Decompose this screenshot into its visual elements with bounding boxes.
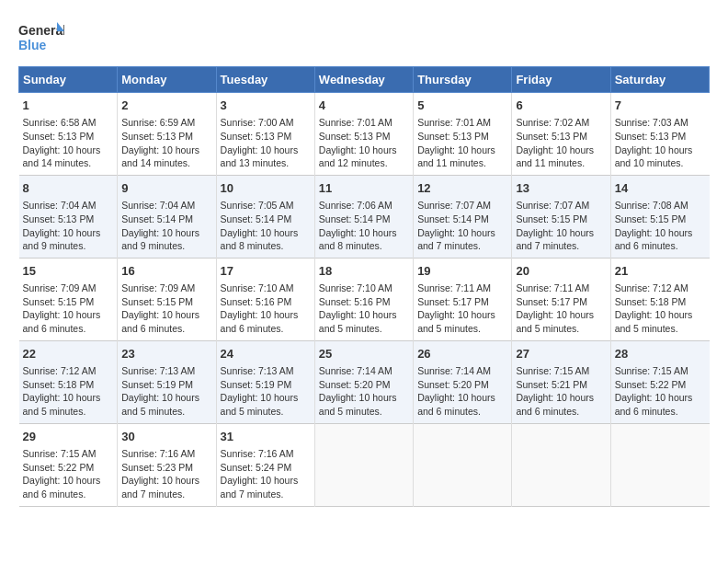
daylight-info: Daylight: 10 hours and 13 minutes. (221, 144, 311, 170)
calendar-cell: 10Sunrise: 7:05 AMSunset: 5:14 PMDayligh… (216, 175, 314, 258)
day-number: 19 (417, 263, 507, 280)
daylight-info: Daylight: 10 hours and 11 minutes. (417, 144, 507, 170)
calendar-cell: 2Sunrise: 6:59 AMSunset: 5:13 PMDaylight… (118, 93, 216, 176)
sunset-info: Sunset: 5:13 PM (417, 130, 507, 144)
sunset-info: Sunset: 5:16 PM (221, 295, 311, 309)
calendar-cell: 3Sunrise: 7:00 AMSunset: 5:13 PMDaylight… (216, 93, 314, 176)
day-number: 7 (615, 98, 706, 114)
week-row: 8Sunrise: 7:04 AMSunset: 5:13 PMDaylight… (19, 175, 710, 258)
sunrise-info: Sunrise: 7:01 AM (417, 116, 507, 130)
sunrise-info: Sunrise: 7:09 AM (23, 282, 114, 295)
calendar-cell: 23Sunrise: 7:13 AMSunset: 5:19 PMDayligh… (118, 340, 216, 423)
daylight-info: Daylight: 10 hours and 6 minutes. (23, 308, 114, 335)
sunset-info: Sunset: 5:24 PM (221, 461, 311, 475)
sunrise-info: Sunrise: 7:05 AM (221, 199, 311, 213)
calendar-cell: 9Sunrise: 7:04 AMSunset: 5:14 PMDaylight… (118, 175, 216, 258)
sunset-info: Sunset: 5:21 PM (516, 378, 606, 392)
sunrise-info: Sunrise: 7:06 AM (319, 199, 409, 213)
daylight-info: Daylight: 10 hours and 14 minutes. (121, 144, 211, 170)
daylight-info: Daylight: 10 hours and 5 minutes. (417, 308, 507, 335)
sunrise-info: Sunrise: 7:12 AM (23, 364, 114, 378)
sunset-info: Sunset: 5:18 PM (23, 378, 114, 392)
sunset-info: Sunset: 5:14 PM (221, 213, 311, 226)
day-number: 6 (516, 98, 606, 114)
calendar-cell (414, 423, 512, 506)
sunset-info: Sunset: 5:18 PM (615, 295, 706, 309)
day-number: 1 (23, 98, 114, 114)
column-header-wednesday: Wednesday (314, 67, 413, 93)
sunset-info: Sunset: 5:13 PM (23, 130, 114, 144)
week-row: 1Sunrise: 6:58 AMSunset: 5:13 PMDaylight… (19, 93, 710, 176)
day-number: 16 (121, 263, 211, 280)
column-header-thursday: Thursday (414, 67, 512, 93)
day-number: 14 (615, 180, 706, 197)
column-header-sunday: Sunday (19, 67, 118, 93)
sunrise-info: Sunrise: 7:14 AM (417, 364, 507, 378)
daylight-info: Daylight: 10 hours and 9 minutes. (121, 226, 211, 253)
sunset-info: Sunset: 5:14 PM (121, 213, 211, 226)
sunrise-info: Sunrise: 6:58 AM (23, 116, 114, 130)
calendar-cell (610, 423, 709, 506)
week-row: 15Sunrise: 7:09 AMSunset: 5:15 PMDayligh… (19, 258, 710, 340)
calendar-cell: 22Sunrise: 7:12 AMSunset: 5:18 PMDayligh… (19, 340, 118, 423)
sunrise-info: Sunrise: 7:10 AM (319, 282, 409, 295)
calendar-cell: 7Sunrise: 7:03 AMSunset: 5:13 PMDaylight… (610, 93, 709, 176)
sunrise-info: Sunrise: 7:11 AM (417, 282, 507, 295)
daylight-info: Daylight: 10 hours and 5 minutes. (23, 391, 114, 418)
column-header-monday: Monday (118, 67, 216, 93)
calendar-cell: 1Sunrise: 6:58 AMSunset: 5:13 PMDaylight… (19, 93, 118, 176)
day-number: 23 (121, 346, 211, 362)
logo-svg: General Blue (18, 18, 64, 57)
sunrise-info: Sunrise: 7:14 AM (319, 364, 409, 378)
day-number: 18 (319, 263, 409, 280)
day-number: 20 (516, 263, 606, 280)
day-number: 10 (221, 180, 311, 197)
daylight-info: Daylight: 10 hours and 8 minutes. (221, 226, 311, 253)
sunset-info: Sunset: 5:13 PM (516, 130, 606, 144)
sunset-info: Sunset: 5:14 PM (319, 213, 409, 226)
sunset-info: Sunset: 5:17 PM (417, 295, 507, 309)
calendar-cell: 24Sunrise: 7:13 AMSunset: 5:19 PMDayligh… (216, 340, 314, 423)
sunrise-info: Sunrise: 7:15 AM (23, 447, 114, 461)
sunset-info: Sunset: 5:15 PM (516, 213, 606, 226)
calendar-cell (512, 423, 610, 506)
daylight-info: Daylight: 10 hours and 12 minutes. (319, 144, 409, 170)
sunrise-info: Sunrise: 7:04 AM (121, 199, 211, 213)
sunset-info: Sunset: 5:13 PM (319, 130, 409, 144)
sunrise-info: Sunrise: 7:10 AM (221, 282, 311, 295)
sunrise-info: Sunrise: 7:09 AM (121, 282, 211, 295)
daylight-info: Daylight: 10 hours and 6 minutes. (615, 391, 706, 418)
svg-text:Blue: Blue (18, 38, 47, 52)
day-number: 17 (221, 263, 311, 280)
calendar-cell: 14Sunrise: 7:08 AMSunset: 5:15 PMDayligh… (610, 175, 709, 258)
day-number: 22 (23, 346, 114, 362)
calendar-cell: 18Sunrise: 7:10 AMSunset: 5:16 PMDayligh… (314, 258, 413, 340)
sunrise-info: Sunrise: 6:59 AM (121, 116, 211, 130)
sunset-info: Sunset: 5:19 PM (121, 378, 211, 392)
daylight-info: Daylight: 10 hours and 6 minutes. (121, 308, 211, 335)
day-number: 13 (516, 180, 606, 197)
calendar-cell: 13Sunrise: 7:07 AMSunset: 5:15 PMDayligh… (512, 175, 610, 258)
daylight-info: Daylight: 10 hours and 6 minutes. (417, 391, 507, 418)
sunrise-info: Sunrise: 7:15 AM (516, 364, 606, 378)
sunset-info: Sunset: 5:17 PM (516, 295, 606, 309)
sunrise-info: Sunrise: 7:07 AM (417, 199, 507, 213)
sunset-info: Sunset: 5:13 PM (23, 213, 114, 226)
sunset-info: Sunset: 5:19 PM (221, 378, 311, 392)
day-number: 26 (417, 346, 507, 362)
daylight-info: Daylight: 10 hours and 10 minutes. (615, 144, 706, 170)
daylight-info: Daylight: 10 hours and 5 minutes. (121, 391, 211, 418)
sunset-info: Sunset: 5:15 PM (23, 295, 114, 309)
sunrise-info: Sunrise: 7:13 AM (221, 364, 311, 378)
sunrise-info: Sunrise: 7:07 AM (516, 199, 606, 213)
day-number: 29 (23, 429, 114, 445)
day-number: 11 (319, 180, 409, 197)
sunset-info: Sunset: 5:23 PM (121, 461, 211, 475)
calendar-cell: 28Sunrise: 7:15 AMSunset: 5:22 PMDayligh… (610, 340, 709, 423)
calendar-cell: 29Sunrise: 7:15 AMSunset: 5:22 PMDayligh… (19, 423, 118, 506)
daylight-info: Daylight: 10 hours and 5 minutes. (221, 391, 311, 418)
sunset-info: Sunset: 5:20 PM (417, 378, 507, 392)
sunset-info: Sunset: 5:13 PM (121, 130, 211, 144)
calendar-cell: 12Sunrise: 7:07 AMSunset: 5:14 PMDayligh… (414, 175, 512, 258)
calendar-cell: 17Sunrise: 7:10 AMSunset: 5:16 PMDayligh… (216, 258, 314, 340)
